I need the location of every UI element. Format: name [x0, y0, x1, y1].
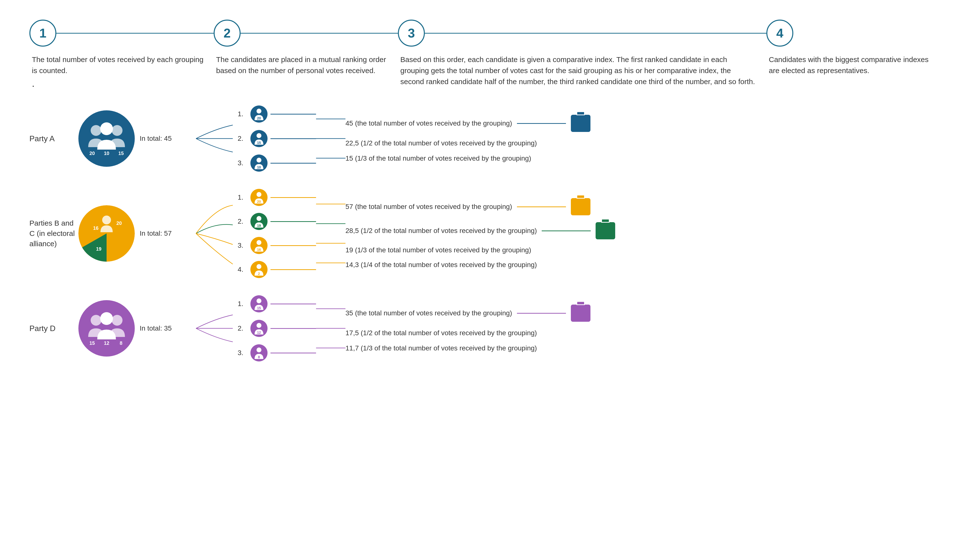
party-d-c3-line	[270, 353, 316, 353]
party-bc-index-2-text: 28,5 (1/2 of the total number of votes r…	[345, 227, 537, 235]
party-a-connect	[316, 110, 345, 167]
person-icon-bc4: 2	[251, 262, 266, 277]
party-d-c2-icon: 12	[250, 320, 267, 337]
party-bc-curves-svg	[194, 195, 238, 271]
party-bc-candidate-4: 4. 2	[238, 261, 316, 278]
person-icon-bc3: 16	[251, 238, 266, 253]
party-a-c1-line	[270, 114, 316, 115]
svg-text:20: 20	[257, 116, 261, 120]
svg-text:2: 2	[258, 272, 260, 276]
svg-text:10: 10	[104, 151, 109, 156]
svg-point-1	[112, 125, 123, 136]
party-bc-index-1: 57 (the total number of votes received b…	[345, 198, 951, 215]
party-a-rank-3: 3.	[238, 159, 247, 167]
party-bc-rank-2: 2.	[238, 217, 247, 225]
party-bc-c1-icon: 20	[250, 189, 267, 206]
party-d-index-2: 17,5 (1/2 of the total number of votes r…	[345, 329, 951, 337]
svg-point-10	[256, 158, 261, 163]
party-bc-c4-icon: 2	[250, 261, 267, 278]
party-bc-row: Parties B and C (in electoral alliance) …	[29, 189, 951, 278]
party-bc-index-2: 28,5 (1/2 of the total number of votes r…	[345, 222, 951, 239]
party-bc-index-4-text: 14,3 (1/4 of the total number of votes r…	[345, 261, 537, 269]
party-a-curves	[194, 110, 238, 167]
briefcase-d	[571, 305, 590, 322]
party-a-indexes: 45 (the total number of votes received b…	[345, 115, 951, 162]
party-d-circle: 15 12 8	[78, 300, 135, 357]
person-icon-bc1: 20	[251, 190, 266, 205]
party-a-connect-svg	[316, 110, 345, 167]
page-container: 1 The total number of votes received by …	[0, 0, 980, 552]
party-d-label: Party D	[29, 324, 78, 333]
party-bc-indexes: 57 (the total number of votes received b…	[345, 198, 951, 269]
party-bc-candidate-1: 1. 20	[238, 189, 316, 206]
person-icon-a2: 15	[251, 131, 266, 146]
svg-text:15: 15	[118, 151, 124, 156]
svg-point-20	[256, 192, 261, 197]
party-bc-candidate-2: 2. 19	[238, 213, 316, 230]
party-bc-label: Parties B and C (in electoral alliance)	[29, 218, 78, 249]
party-bc-c1-line	[270, 197, 316, 198]
party-a-index-2-text: 22,5 (1/2 of the total number of votes r…	[345, 139, 537, 147]
party-bc-c4-line	[270, 269, 316, 270]
party-d-index-3: 11,7 (1/3 of the total number of votes r…	[345, 344, 951, 352]
party-d-indexes: 35 (the total number of votes received b…	[345, 305, 951, 352]
party-d-curves-svg	[194, 300, 238, 357]
party-d-curves	[194, 300, 238, 357]
party-a-c3-line	[270, 163, 316, 164]
step-3-text: Based on this order, each candidate is g…	[398, 54, 766, 87]
party-bc-c2-line	[270, 221, 316, 222]
party-a-circle: 20 10 15	[78, 110, 135, 167]
svg-point-32	[91, 315, 102, 325]
party-bc-rank-1: 1.	[238, 193, 247, 201]
step-1-dot: .	[32, 78, 35, 89]
svg-text:10: 10	[257, 165, 261, 169]
party-d-c1-line	[270, 303, 316, 304]
step-3-circle: 3	[398, 20, 425, 46]
party-a-total: In total: 45	[135, 135, 194, 142]
party-bc-pie-svg: 16 20 19	[78, 205, 135, 262]
party-bc-c3-line	[270, 245, 316, 246]
party-a-candidate-3-icon: 10	[250, 155, 267, 172]
party-bc-index-3: 19 (1/3 of the total number of votes rec…	[345, 246, 951, 254]
step-2-line	[240, 33, 398, 34]
party-d-index-1: 35 (the total number of votes received b…	[345, 305, 951, 322]
party-bc-index-3-text: 19 (1/3 of the total number of votes rec…	[345, 246, 531, 254]
party-bc-connect	[316, 195, 345, 271]
person-icon-a1: 20	[251, 107, 266, 121]
party-d-total: In total: 35	[135, 324, 194, 332]
step-1-description: The total number of votes received by ea…	[32, 56, 204, 75]
step-4-circle: 4	[766, 20, 793, 46]
party-d-connect-svg	[316, 300, 345, 357]
briefcase-a	[571, 115, 590, 132]
party-d-c2-line	[270, 328, 316, 329]
person-icon-bc2: 19	[251, 214, 266, 229]
party-a-curves-svg	[194, 110, 238, 167]
party-d-candidates: 1. 15 2. 12	[238, 295, 316, 361]
svg-point-6	[256, 108, 261, 113]
svg-text:16: 16	[257, 248, 261, 252]
svg-point-24	[256, 240, 261, 245]
briefcase-b	[571, 198, 590, 215]
svg-point-2	[100, 122, 113, 135]
party-a-candidate-1-icon: 20	[250, 105, 267, 123]
party-a-candidate-2-icon: 15	[250, 130, 267, 147]
step-1-line	[56, 33, 214, 34]
party-d-index-1-line	[517, 313, 566, 314]
party-a-candidate-3: 3. 10	[238, 155, 316, 172]
step-1-circle: 1	[29, 20, 56, 46]
svg-text:15: 15	[257, 306, 261, 310]
party-d-people-svg: 15 12 8	[83, 305, 130, 352]
party-bc-index-4: 14,3 (1/4 of the total number of votes r…	[345, 261, 951, 269]
party-a-index-2: 22,5 (1/2 of the total number of votes r…	[345, 139, 951, 147]
party-a-row: Party A 20 10 15 In total: 45	[29, 105, 951, 172]
step-3-circle-wrapper: 3	[398, 20, 766, 46]
party-bc-c3-icon: 16	[250, 237, 267, 254]
party-bc-index-2-line	[542, 231, 591, 231]
person-icon-d1: 15	[251, 297, 266, 311]
party-d-rank-1: 1.	[238, 300, 247, 308]
party-a-label: Party A	[29, 134, 78, 143]
svg-text:8: 8	[119, 340, 122, 346]
party-d-candidate-2: 2. 12	[238, 320, 316, 337]
person-icon-a3: 10	[251, 156, 266, 171]
party-d-rank-2: 2.	[238, 324, 247, 332]
